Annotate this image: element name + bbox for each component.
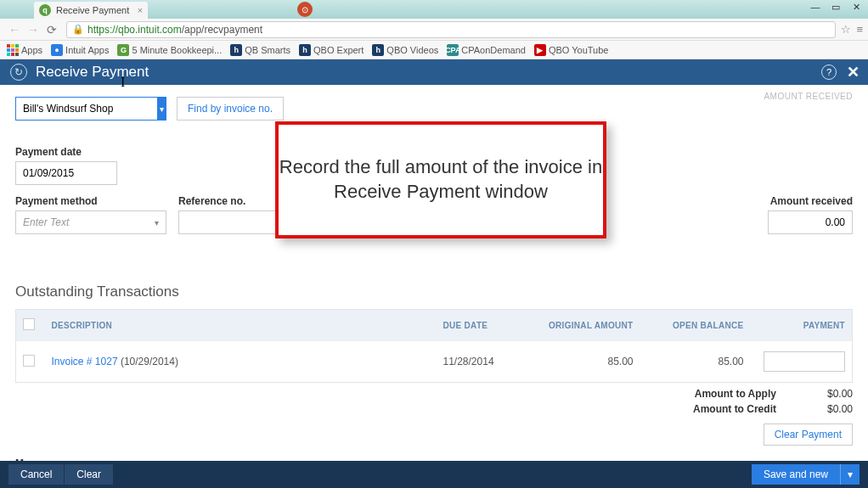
outstanding-transactions: Outstanding Transactions DESCRIPTION DUE…: [15, 283, 853, 446]
bookmark-qboexpert[interactable]: hQBO Expert: [299, 44, 364, 56]
amount-to-apply-value: $0.00: [827, 388, 853, 400]
qbo-favicon: q: [39, 4, 51, 16]
due-date-cell: 11/28/2014: [437, 341, 530, 383]
row-checkbox[interactable]: [23, 355, 35, 367]
amount-received-header: AMOUNT RECEIVED: [764, 92, 853, 101]
col-original-amount: ORIGINAL AMOUNT: [530, 310, 640, 341]
bookmark-icon: h: [299, 44, 311, 56]
bookmark-icon: h: [372, 44, 384, 56]
apps-label: Apps: [21, 45, 42, 55]
bookmark-5min[interactable]: G5 Minute Bookkeepi...: [117, 44, 222, 56]
col-payment: PAYMENT: [751, 310, 853, 341]
chrome-menu-icon[interactable]: ≡: [856, 23, 863, 36]
col-description: DESCRIPTION: [45, 310, 437, 341]
amount-to-apply-label: Amount to Apply: [695, 388, 776, 400]
bookmark-cpa[interactable]: CPACPAonDemand: [447, 44, 526, 56]
clear-payment-button[interactable]: Clear Payment: [764, 423, 853, 446]
bookmark-qbovideos[interactable]: hQBO Videos: [372, 44, 438, 56]
bookmark-icon: G: [117, 44, 129, 56]
bookmark-qbsmarts[interactable]: hQB Smarts: [230, 44, 290, 56]
youtube-icon: ▶: [534, 44, 546, 56]
page-title: Receive Payment: [36, 64, 149, 81]
select-all-checkbox[interactable]: [23, 318, 35, 330]
amount-to-credit-value: $0.00: [827, 403, 853, 415]
cancel-button[interactable]: Cancel: [8, 464, 64, 485]
tab-close-icon[interactable]: ×: [138, 5, 143, 15]
history-icon[interactable]: ↻: [10, 64, 27, 81]
chevron-down-icon[interactable]: ▾: [157, 98, 166, 120]
window-minimize-icon[interactable]: —: [807, 2, 824, 15]
invoice-link[interactable]: Invoice # 1027: [52, 356, 118, 367]
url-path: /app/recvpayment: [182, 24, 262, 36]
chrome-apps-button[interactable]: Apps: [7, 44, 42, 56]
chevron-down-icon[interactable]: ▾: [155, 218, 159, 227]
reference-no-input[interactable]: [178, 210, 285, 234]
clear-button[interactable]: Clear: [65, 464, 113, 485]
outstanding-title: Outstanding Transactions: [15, 283, 853, 300]
address-bar-row: ← → ⟳ 🔒 https://qbo.intuit.com/app/recvp…: [0, 19, 868, 41]
find-by-invoice-button[interactable]: Find by invoice no.: [177, 97, 284, 121]
browser-tab-strip: q Receive Payment × ⊙ — ▭ ✕: [0, 0, 868, 19]
apps-grid-icon: [7, 44, 19, 56]
table-row: Invoice # 1027 (10/29/2014) 11/28/2014 8…: [16, 341, 853, 383]
browser-tab[interactable]: q Receive Payment ×: [34, 2, 148, 19]
payment-method-placeholder: Enter Text: [23, 216, 69, 228]
amount-received-input[interactable]: [768, 210, 853, 234]
col-due-date: DUE DATE: [437, 310, 530, 341]
bookmark-icon: h: [230, 44, 242, 56]
payment-method-label: Payment method: [15, 195, 166, 207]
transactions-table: DESCRIPTION DUE DATE ORIGINAL AMOUNT OPE…: [15, 309, 853, 383]
payment-date-input[interactable]: [15, 161, 117, 185]
bookmark-youtube[interactable]: ▶QBO YouTube: [534, 44, 609, 56]
save-dropdown-button[interactable]: ▾: [840, 464, 860, 485]
invoice-date-suffix: (10/29/2014): [118, 356, 178, 367]
payment-method-select[interactable]: Enter Text ▾: [15, 210, 166, 234]
bookmark-icon: CPA: [447, 44, 459, 56]
bookmark-intuit-apps[interactable]: ●Intuit Apps: [51, 44, 109, 56]
close-icon[interactable]: ✕: [847, 63, 860, 81]
nav-back-icon[interactable]: ←: [5, 23, 24, 36]
url-host: https://qbo.intuit.com: [87, 24, 182, 36]
col-open-balance: OPEN BALANCE: [640, 310, 751, 341]
customer-select[interactable]: ▾: [15, 97, 166, 121]
page-header: ↻ Receive Payment I ? ✕: [0, 59, 868, 85]
window-close-icon[interactable]: ✕: [848, 2, 865, 15]
original-amount-cell: 85.00: [530, 341, 640, 383]
extension-icon[interactable]: ⊙: [297, 2, 313, 17]
amount-to-credit-label: Amount to Credit: [693, 403, 776, 415]
amount-received-label: Amount received: [768, 195, 853, 207]
customer-input[interactable]: [16, 103, 157, 115]
annotation-callout: Record the full amount of the invoice in…: [275, 121, 606, 238]
bookmark-icon: ●: [51, 44, 63, 56]
nav-reload-icon[interactable]: ⟳: [42, 23, 61, 36]
bookmarks-bar: Apps ●Intuit Apps G5 Minute Bookkeepi...…: [0, 41, 868, 59]
nav-forward-icon[interactable]: →: [24, 23, 42, 36]
open-balance-cell: 85.00: [640, 341, 751, 383]
save-and-new-button[interactable]: Save and new: [752, 464, 840, 485]
lock-icon: 🔒: [72, 24, 84, 35]
tab-title: Receive Payment: [56, 5, 129, 15]
help-icon[interactable]: ?: [821, 65, 837, 80]
address-bar[interactable]: 🔒 https://qbo.intuit.com/app/recvpayment: [66, 21, 836, 38]
callout-text: Record the full amount of the invoice in…: [279, 155, 603, 204]
window-controls: — ▭ ✕: [807, 2, 865, 15]
bookmark-star-icon[interactable]: ☆: [841, 23, 851, 36]
window-maximize-icon[interactable]: ▭: [827, 2, 844, 15]
payment-amount-input[interactable]: [764, 351, 845, 372]
footer-bar: Cancel Clear Save and new ▾: [0, 461, 868, 488]
